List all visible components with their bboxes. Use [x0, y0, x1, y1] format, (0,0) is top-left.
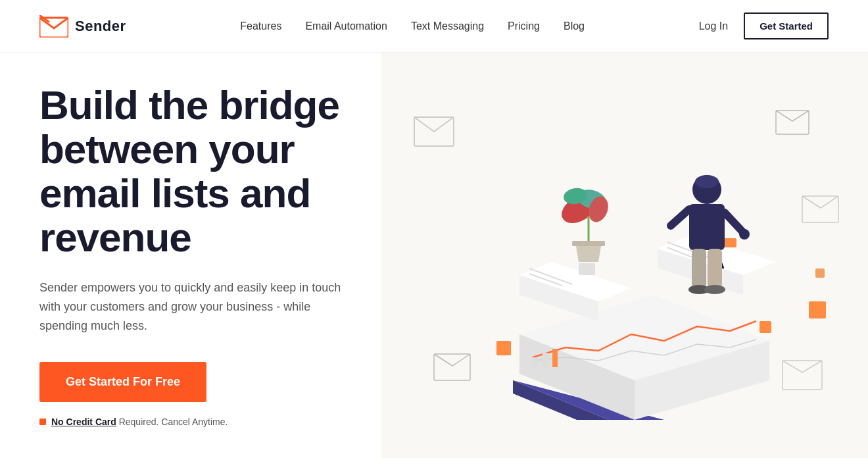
person-leg-right	[708, 249, 722, 288]
nav-pricing[interactable]: Pricing	[508, 20, 540, 32]
float-sq-4	[815, 268, 825, 278]
hero-note: No Credit Card Required. Cancel Anytime.	[39, 417, 342, 427]
person-torso	[689, 204, 725, 250]
logo-icon	[39, 15, 68, 38]
nav-right: Log In Get Started	[699, 13, 829, 39]
float-sq-2	[760, 321, 771, 333]
note-dot-icon	[39, 419, 46, 425]
nav-links: Features Email Automation Text Messaging…	[240, 20, 585, 32]
plant-pot-rim	[572, 241, 605, 246]
hero-note-text: No Credit Card Required. Cancel Anytime.	[51, 417, 228, 427]
person-leg-left	[692, 249, 706, 288]
envelope-top-left	[414, 117, 454, 146]
person-arm-right	[725, 213, 743, 232]
hero-title: Build the bridge between your email list…	[39, 84, 342, 260]
logo-text: Sender	[75, 18, 126, 35]
login-link[interactable]: Log In	[699, 20, 728, 32]
person-hand	[739, 229, 750, 240]
sub-card-img	[579, 263, 595, 275]
logo[interactable]: Sender	[39, 15, 126, 38]
nav-blog[interactable]: Blog	[564, 20, 585, 32]
nav-email-automation[interactable]: Email Automation	[305, 20, 387, 32]
envelope-top-right	[776, 111, 809, 134]
person-arm-left	[671, 209, 689, 226]
person-hat	[695, 175, 719, 188]
no-credit-card-link[interactable]: No Credit Card	[51, 417, 116, 427]
get-started-hero-button[interactable]: Get Started For Free	[39, 362, 206, 402]
person-shoe-right	[704, 285, 725, 294]
sub-card2-img	[723, 238, 736, 247]
hero-right	[381, 53, 868, 458]
bar-2	[542, 353, 548, 367]
envelope-bottom-right2	[783, 361, 822, 390]
hero-subtitle: Sender empowers you to quickly and easil…	[39, 278, 342, 335]
nav-features[interactable]: Features	[240, 20, 281, 32]
svg-rect-6	[783, 361, 822, 390]
hero-illustration	[395, 91, 855, 420]
bar-3	[552, 349, 558, 367]
hero-left: Build the bridge between your email list…	[0, 53, 381, 458]
envelope-mid-right	[802, 196, 838, 222]
envelope-bottom-left	[434, 354, 470, 380]
nav-text-messaging[interactable]: Text Messaging	[411, 20, 484, 32]
float-sq-1	[496, 341, 511, 355]
float-sq-3	[809, 301, 826, 318]
navbar: Sender Features Email Automation Text Me…	[0, 0, 868, 53]
hero-section: Build the bridge between your email list…	[0, 53, 868, 458]
bar-1	[533, 357, 538, 367]
get-started-nav-button[interactable]: Get Started	[744, 13, 829, 39]
